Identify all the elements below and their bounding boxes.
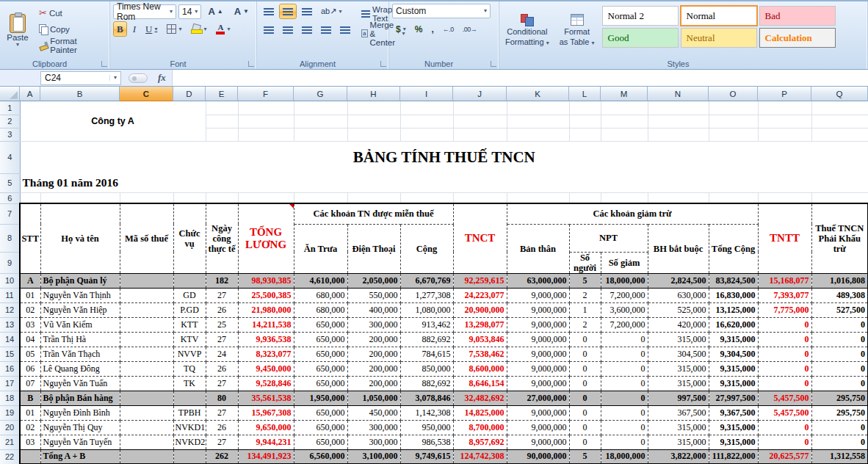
- cell-Q21[interactable]: 0: [811, 435, 868, 449]
- cell-M12[interactable]: 3,600,000: [601, 302, 648, 317]
- cell-H11[interactable]: 550,000: [347, 288, 400, 302]
- column-header-D[interactable]: D: [173, 87, 206, 101]
- cell-E12[interactable]: 26: [206, 302, 238, 317]
- paste-dropdown-icon[interactable]: ▾: [16, 42, 19, 48]
- style-gallery-item-calculation[interactable]: Calculation: [759, 28, 836, 48]
- cell-M18[interactable]: 0: [601, 391, 648, 405]
- header-cell-phone[interactable]: Điện Thoại: [347, 224, 400, 273]
- cell-B15[interactable]: Trần Văn Thạch: [40, 347, 120, 361]
- cell-Q18[interactable]: 295,750: [811, 391, 868, 405]
- cell[interactable]: [709, 115, 758, 128]
- cell-B14[interactable]: Trần Thị Hà: [40, 332, 120, 347]
- column-header-E[interactable]: E: [206, 87, 238, 101]
- style-gallery-item-good[interactable]: Good: [602, 28, 679, 48]
- cell-H22[interactable]: 3,100,000: [347, 449, 400, 464]
- row-header-4[interactable]: 4: [0, 141, 20, 173]
- cell-H18[interactable]: 1,050,000: [347, 391, 400, 405]
- cell-H19[interactable]: 450,000: [347, 405, 400, 420]
- row-header-17[interactable]: 17: [0, 376, 20, 391]
- cell[interactable]: [709, 128, 758, 141]
- row-header-10[interactable]: 10: [0, 273, 20, 288]
- cell-M20[interactable]: 0: [601, 420, 648, 435]
- cell-O19[interactable]: 9,367,500: [709, 405, 758, 420]
- cell-K16[interactable]: 9,000,000: [507, 361, 569, 376]
- cell-Q14[interactable]: 0: [811, 332, 868, 347]
- cell[interactable]: [601, 101, 648, 115]
- cell-O14[interactable]: 9,315,000: [709, 332, 758, 347]
- cell-K11[interactable]: 9,000,000: [507, 288, 569, 302]
- row-header-19[interactable]: 19: [0, 405, 20, 420]
- cell-M21[interactable]: 0: [601, 435, 648, 449]
- cell[interactable]: [238, 192, 294, 203]
- cell-B17[interactable]: Nguyễn Văn Tuấn: [40, 376, 120, 391]
- cell-F12[interactable]: 21,980,000: [238, 302, 294, 317]
- cell[interactable]: [709, 101, 758, 115]
- cell[interactable]: [507, 128, 569, 141]
- cell[interactable]: [811, 128, 868, 141]
- cell-M16[interactable]: 0: [601, 361, 648, 376]
- header-cell-lunch[interactable]: Ăn Trưa: [294, 224, 347, 273]
- cell-J11[interactable]: 24,223,077: [453, 288, 507, 302]
- cell-F14[interactable]: 9,936,538: [238, 332, 294, 347]
- cell-E19[interactable]: 27: [206, 405, 238, 420]
- cell[interactable]: [453, 101, 507, 115]
- cell-E13[interactable]: 25: [206, 317, 238, 332]
- decrease-decimal-button[interactable]: .00→: [459, 21, 481, 37]
- column-header-I[interactable]: I: [400, 87, 453, 101]
- cell-I10[interactable]: 6,670,769: [400, 273, 453, 288]
- cell-A14[interactable]: 04: [20, 332, 40, 347]
- cell-H10[interactable]: 2,050,000: [347, 273, 400, 288]
- cell[interactable]: [569, 115, 601, 128]
- cell[interactable]: [811, 115, 868, 128]
- cell[interactable]: [453, 115, 507, 128]
- cell-C13[interactable]: [120, 317, 173, 332]
- cell-G13[interactable]: 650,000: [294, 317, 347, 332]
- column-header-M[interactable]: M: [601, 87, 648, 101]
- cell-C19[interactable]: [120, 405, 173, 420]
- align-center-button[interactable]: [279, 22, 297, 37]
- cell-A19[interactable]: 01: [20, 405, 40, 420]
- cell-L13[interactable]: 2: [569, 317, 601, 332]
- cell-M17[interactable]: 0: [601, 376, 648, 391]
- cell-H17[interactable]: 200,000: [347, 376, 400, 391]
- cell[interactable]: [206, 128, 238, 141]
- cell-F13[interactable]: 14,211,538: [238, 317, 294, 332]
- cell-B19[interactable]: Nguyễn Đình Bình: [40, 405, 120, 420]
- cell-L12[interactable]: 1: [569, 302, 601, 317]
- cell-B22[interactable]: Tổng A + B: [40, 449, 120, 464]
- cell-D15[interactable]: NVVP: [173, 347, 206, 361]
- orientation-button[interactable]: ab↗▾: [317, 4, 345, 19]
- cell-B13[interactable]: Vũ Văn Kiểm: [40, 317, 120, 332]
- cell-O17[interactable]: 9,315,000: [709, 376, 758, 391]
- cell[interactable]: [569, 192, 601, 203]
- copy-button[interactable]: Copy: [35, 21, 106, 37]
- cell-N12[interactable]: 525,000: [648, 302, 709, 317]
- cell-L14[interactable]: 0: [569, 332, 601, 347]
- cell-N16[interactable]: 315,000: [648, 361, 709, 376]
- cell-N18[interactable]: 997,500: [648, 391, 709, 405]
- cell-I21[interactable]: 986,538: [400, 435, 453, 449]
- cell-N11[interactable]: 630,000: [648, 288, 709, 302]
- name-box-dropdown-icon[interactable]: ▾: [109, 75, 120, 81]
- cell-Q16[interactable]: 0: [811, 361, 868, 376]
- cell-O11[interactable]: 16,830,000: [709, 288, 758, 302]
- header-cell-sum[interactable]: Cộng: [400, 224, 453, 273]
- cell-E14[interactable]: 27: [206, 332, 238, 347]
- cut-button[interactable]: ✂ Cut: [35, 5, 106, 21]
- align-left-button[interactable]: [260, 22, 278, 37]
- column-header-F[interactable]: F: [238, 87, 294, 101]
- row-header-1[interactable]: 1: [0, 101, 20, 115]
- cell-K15[interactable]: 9,000,000: [507, 347, 569, 361]
- cell-K21[interactable]: 9,000,000: [507, 435, 569, 449]
- cell-G12[interactable]: 680,000: [294, 302, 347, 317]
- clipboard-dialog-launcher-icon[interactable]: [101, 61, 107, 67]
- header-cell-num-people[interactable]: Số người: [569, 252, 601, 273]
- row-header-14[interactable]: 14: [0, 332, 20, 347]
- cell[interactable]: [347, 192, 400, 203]
- cell-O13[interactable]: 16,620,000: [709, 317, 758, 332]
- grow-font-button[interactable]: A▲: [203, 4, 227, 19]
- cell-H20[interactable]: 300,000: [347, 420, 400, 435]
- cell[interactable]: [569, 128, 601, 141]
- cell-O12[interactable]: 13,125,000: [709, 302, 758, 317]
- cell-B20[interactable]: Nguyễn Thị Quy: [40, 420, 120, 435]
